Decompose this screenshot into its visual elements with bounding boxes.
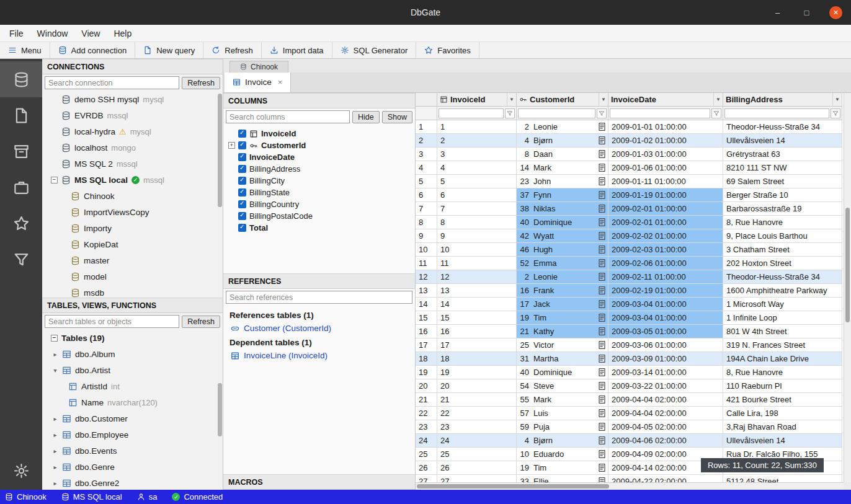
billingaddress-cell[interactable]: Berger Straße 10 bbox=[723, 188, 842, 202]
filter-icon[interactable] bbox=[711, 108, 721, 118]
column-checkbox-row[interactable]: + BillingState bbox=[223, 187, 415, 198]
customerid-cell[interactable]: 21 Kathy bbox=[517, 325, 608, 338]
row-number-cell[interactable]: 5 bbox=[416, 175, 437, 188]
filter-input[interactable] bbox=[610, 108, 710, 118]
table-item[interactable]: ▸ dbo.Employee bbox=[42, 427, 223, 443]
statusbar-user[interactable]: sa bbox=[137, 492, 158, 502]
database-item[interactable]: Importy bbox=[42, 220, 223, 236]
billingaddress-cell[interactable]: 1 Microsoft Way bbox=[723, 298, 842, 311]
customerid-cell[interactable]: 8 Daan bbox=[517, 148, 608, 161]
new-query-button[interactable]: New query bbox=[135, 42, 203, 58]
database-item[interactable]: Chinook bbox=[42, 188, 223, 204]
invoicedate-cell[interactable]: 2009-03-22 01:00:00 bbox=[608, 379, 723, 393]
sidebar-favorites-button[interactable] bbox=[0, 205, 42, 241]
menu-view[interactable]: View bbox=[74, 27, 107, 40]
scrollbar-thumb[interactable] bbox=[417, 484, 609, 489]
chevron-icon[interactable]: ▸ bbox=[52, 351, 58, 358]
row-number-cell[interactable]: 3 bbox=[416, 148, 437, 161]
customerid-cell[interactable]: 2 Leonie bbox=[517, 270, 608, 284]
expand-icon[interactable]: + bbox=[228, 142, 235, 149]
document-icon[interactable] bbox=[597, 245, 607, 254]
customerid-cell[interactable]: 57 Luis bbox=[517, 407, 608, 420]
invoiceid-cell[interactable]: 21 bbox=[437, 393, 517, 407]
table-item[interactable]: ▾ dbo.Artist bbox=[42, 362, 223, 378]
row-number-cell[interactable]: 1 bbox=[416, 120, 437, 134]
customerid-cell[interactable]: 19 Tim bbox=[517, 461, 608, 475]
invoicedate-cell[interactable]: 2009-02-01 01:00:00 bbox=[608, 216, 723, 229]
column-checkbox-row[interactable]: + InvoiceId bbox=[223, 128, 415, 139]
collapse-icon[interactable]: − bbox=[51, 335, 58, 342]
invoiceid-cell[interactable]: 12 bbox=[437, 270, 517, 284]
column-header-customerid[interactable]: CustomerId ▼ bbox=[517, 93, 608, 107]
tab-close-icon[interactable]: × bbox=[278, 77, 283, 87]
invoicedate-cell[interactable]: 2009-01-06 01:00:00 bbox=[608, 161, 723, 175]
document-icon[interactable] bbox=[597, 436, 607, 445]
invoiceid-cell[interactable]: 4 bbox=[437, 161, 517, 175]
invoicedate-cell[interactable]: 2009-03-04 01:00:00 bbox=[608, 311, 723, 325]
customerid-cell[interactable]: 55 Mark bbox=[517, 393, 608, 407]
sidebar-databases-button[interactable] bbox=[0, 61, 42, 97]
invoicedate-cell[interactable]: 2009-03-14 01:00:00 bbox=[608, 366, 723, 379]
invoicedate-cell[interactable]: 2009-03-05 01:00:00 bbox=[608, 325, 723, 338]
invoicedate-cell[interactable]: 2009-04-22 02:00:00 bbox=[608, 475, 723, 482]
document-icon[interactable] bbox=[597, 163, 607, 172]
invoicedate-cell[interactable]: 2009-02-03 01:00:00 bbox=[608, 243, 723, 257]
billingaddress-cell[interactable]: 801 W 4th Street bbox=[723, 325, 842, 338]
column-header-invoiceid[interactable]: InvoiceId ▼ bbox=[437, 93, 517, 107]
database-item[interactable]: ImportViewsCopy bbox=[42, 204, 223, 220]
row-number-cell[interactable]: 20 bbox=[416, 379, 437, 393]
database-item[interactable]: KopieDat bbox=[42, 236, 223, 252]
invoiceid-cell[interactable]: 14 bbox=[437, 298, 517, 311]
document-icon[interactable] bbox=[597, 422, 607, 431]
document-icon[interactable] bbox=[597, 340, 607, 350]
expander-icon[interactable]: − bbox=[51, 177, 58, 183]
document-icon[interactable] bbox=[597, 327, 607, 336]
filter-icon[interactable] bbox=[597, 108, 607, 118]
column-dropdown-icon[interactable]: ▼ bbox=[832, 93, 842, 106]
row-number-cell[interactable]: 22 bbox=[416, 407, 437, 420]
column-checkbox[interactable] bbox=[238, 212, 246, 220]
column-checkbox[interactable] bbox=[238, 165, 246, 173]
billingaddress-cell[interactable]: 202 Hoxton Street bbox=[723, 257, 842, 270]
database-item[interactable]: msdb bbox=[42, 285, 223, 298]
hide-button[interactable]: Hide bbox=[352, 111, 380, 123]
customerid-cell[interactable]: 23 John bbox=[517, 175, 608, 188]
sidebar-filters-button[interactable] bbox=[0, 241, 42, 277]
invoicedate-cell[interactable]: 2009-03-09 01:00:00 bbox=[608, 352, 723, 366]
chevron-icon[interactable]: ▸ bbox=[52, 431, 58, 438]
customerid-cell[interactable]: 33 Ellie bbox=[517, 475, 608, 482]
document-icon[interactable] bbox=[597, 313, 607, 322]
invoicedate-cell[interactable]: 2009-03-04 01:00:00 bbox=[608, 298, 723, 311]
statusbar-status[interactable]: ✓ Connected bbox=[172, 492, 223, 502]
filter-input[interactable] bbox=[518, 108, 595, 118]
invoiceid-cell[interactable]: 26 bbox=[437, 461, 517, 475]
row-number-cell[interactable]: 11 bbox=[416, 257, 437, 270]
invoiceid-cell[interactable]: 3 bbox=[437, 148, 517, 161]
grid-horizontal-scrollbar[interactable] bbox=[416, 482, 844, 490]
connections-scrollbar[interactable] bbox=[218, 94, 222, 207]
document-icon[interactable] bbox=[597, 231, 607, 241]
row-number-cell[interactable]: 10 bbox=[416, 243, 437, 257]
invoiceid-cell[interactable]: 20 bbox=[437, 379, 517, 393]
invoicedate-cell[interactable]: 2009-01-11 01:00:00 bbox=[608, 175, 723, 188]
table-column-item[interactable]: Name nvarchar(120) bbox=[42, 394, 223, 410]
filter-icon[interactable] bbox=[831, 108, 840, 118]
invoiceid-cell[interactable]: 27 bbox=[437, 475, 517, 482]
row-number-cell[interactable]: 17 bbox=[416, 338, 437, 352]
connection-search-input[interactable] bbox=[45, 76, 179, 89]
refresh-button[interactable]: Refresh bbox=[203, 42, 262, 58]
billingaddress-cell[interactable]: 421 Bourke Street bbox=[723, 393, 842, 407]
references-search-input[interactable] bbox=[226, 291, 412, 304]
row-number-cell[interactable]: 13 bbox=[416, 284, 437, 298]
customerid-cell[interactable]: 25 Victor bbox=[517, 338, 608, 352]
invoicedate-cell[interactable]: 2009-02-11 01:00:00 bbox=[608, 270, 723, 284]
invoicedate-cell[interactable]: 2009-02-19 01:00:00 bbox=[608, 284, 723, 298]
import-data-button[interactable]: Import data bbox=[262, 42, 332, 58]
customerid-cell[interactable]: 31 Martha bbox=[517, 352, 608, 366]
tables-search-input[interactable] bbox=[45, 315, 179, 328]
column-dropdown-icon[interactable]: ▼ bbox=[507, 93, 516, 106]
invoiceid-cell[interactable]: 13 bbox=[437, 284, 517, 298]
reference-link-invoiceline[interactable]: InvoiceLine (InvoiceId) bbox=[231, 351, 409, 360]
billingaddress-cell[interactable]: Theodor-Heuss-Straße 34 bbox=[723, 120, 842, 134]
scrollbar-thumb[interactable] bbox=[845, 208, 850, 322]
